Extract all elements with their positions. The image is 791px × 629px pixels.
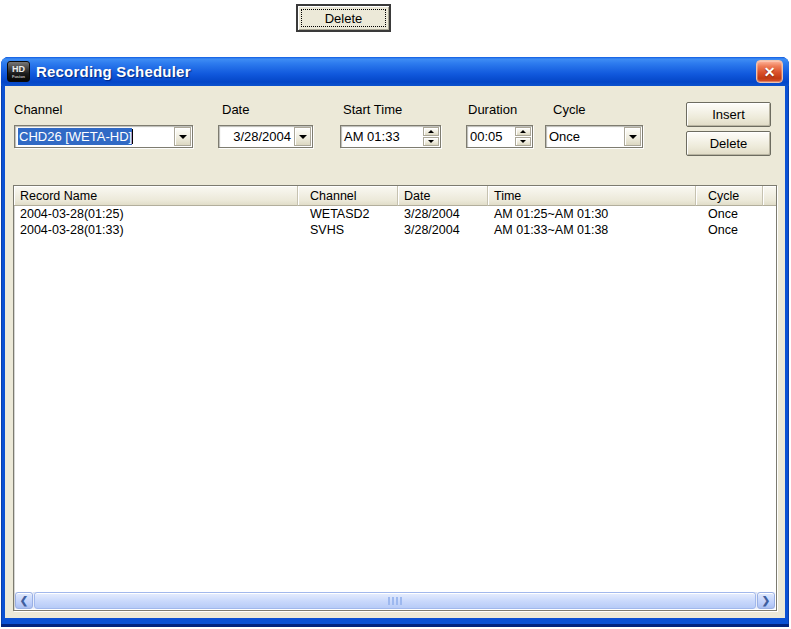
horizontal-scrollbar: ❮ ❯ bbox=[15, 592, 775, 609]
list-row[interactable]: 2004-03-28(01:33) SVHS 3/28/2004 AM 01:3… bbox=[14, 222, 776, 238]
cell-time: AM 01:33~AM 01:38 bbox=[488, 223, 696, 237]
triangle-down-icon bbox=[520, 140, 526, 143]
duration-value-field[interactable]: 00:05 bbox=[467, 126, 514, 147]
spin-up-button[interactable] bbox=[515, 127, 531, 136]
cell-record-name: 2004-03-28(01:33) bbox=[14, 223, 298, 237]
close-button[interactable]: ✕ bbox=[756, 60, 783, 83]
titlebar[interactable]: HD Fusion Recording Scheduler ✕ bbox=[1, 57, 789, 86]
cycle-value-field[interactable]: Once bbox=[546, 126, 623, 147]
triangle-up-icon bbox=[428, 130, 434, 133]
column-header-date[interactable]: Date bbox=[398, 186, 488, 206]
cell-channel: WETASD2 bbox=[298, 207, 398, 221]
date-value-field[interactable]: 3/28/2004 bbox=[219, 126, 293, 147]
app-icon-subtext: Fusion bbox=[12, 75, 25, 79]
start-time-spinner[interactable]: AM 01:33 bbox=[340, 125, 441, 148]
desktop: { "floating_toolbar": { "delete_button":… bbox=[0, 0, 791, 629]
channel-dropdown-button[interactable] bbox=[174, 127, 191, 146]
schedule-list: Record Name Channel Date Time Cycle 2004… bbox=[13, 185, 777, 611]
text-caret bbox=[132, 129, 133, 144]
duration-spinner[interactable]: 00:05 bbox=[466, 125, 533, 148]
spin-down-button[interactable] bbox=[423, 137, 439, 146]
triangle-down-icon bbox=[428, 140, 434, 143]
chevron-left-icon: ❮ bbox=[20, 595, 28, 606]
chevron-down-icon bbox=[299, 135, 307, 139]
start-time-label: Start Time bbox=[343, 102, 402, 117]
channel-selected-text: CHD26 [WETA-HD] bbox=[18, 128, 132, 145]
cell-time: AM 01:25~AM 01:30 bbox=[488, 207, 696, 221]
app-icon-text: HD bbox=[12, 65, 25, 74]
dialog-client-area: Channel Date Start Time Duration Cycle C… bbox=[5, 86, 785, 618]
delete-button[interactable]: Delete bbox=[686, 131, 771, 156]
triangle-up-icon bbox=[520, 130, 526, 133]
cell-date: 3/28/2004 bbox=[398, 223, 488, 237]
chevron-down-icon bbox=[179, 135, 187, 139]
window-title: Recording Scheduler bbox=[36, 63, 191, 80]
duration-label: Duration bbox=[468, 102, 517, 117]
list-header: Record Name Channel Date Time Cycle bbox=[14, 186, 776, 206]
cycle-dropdown-button[interactable] bbox=[624, 127, 641, 146]
column-header-time[interactable]: Time bbox=[488, 186, 696, 206]
column-header-filler bbox=[763, 186, 776, 206]
recording-scheduler-window: HD Fusion Recording Scheduler ✕ Channel … bbox=[1, 57, 789, 627]
cell-date: 3/28/2004 bbox=[398, 207, 488, 221]
delete-button-floating[interactable]: Delete bbox=[296, 4, 391, 32]
delete-button-label: Delete bbox=[325, 11, 363, 26]
channel-value-field[interactable]: CHD26 [WETA-HD] bbox=[15, 126, 173, 147]
scrollbar-grip-icon bbox=[388, 597, 402, 605]
column-header-channel[interactable]: Channel bbox=[298, 186, 398, 206]
date-dropdown-button[interactable] bbox=[294, 127, 311, 146]
chevron-right-icon: ❯ bbox=[762, 595, 770, 606]
scrollbar-track[interactable] bbox=[33, 592, 757, 609]
cell-cycle: Once bbox=[696, 207, 763, 221]
chevron-down-icon bbox=[629, 135, 637, 139]
list-row[interactable]: 2004-03-28(01:25) WETASD2 3/28/2004 AM 0… bbox=[14, 206, 776, 222]
start-time-spin-buttons bbox=[423, 127, 439, 146]
spin-down-button[interactable] bbox=[515, 137, 531, 146]
scrollbar-thumb[interactable] bbox=[34, 592, 756, 609]
cycle-label: Cycle bbox=[553, 102, 586, 117]
duration-spin-buttons bbox=[515, 127, 531, 146]
date-picker[interactable]: 3/28/2004 bbox=[218, 125, 313, 148]
column-header-cycle[interactable]: Cycle bbox=[696, 186, 763, 206]
insert-button[interactable]: Insert bbox=[686, 102, 771, 127]
channel-label: Channel bbox=[14, 102, 62, 117]
cell-channel: SVHS bbox=[298, 223, 398, 237]
scroll-right-button[interactable]: ❯ bbox=[757, 592, 775, 609]
column-header-record-name[interactable]: Record Name bbox=[14, 186, 298, 206]
close-icon: ✕ bbox=[764, 64, 776, 80]
date-label: Date bbox=[222, 102, 249, 117]
cell-record-name: 2004-03-28(01:25) bbox=[14, 207, 298, 221]
cell-cycle: Once bbox=[696, 223, 763, 237]
cycle-combobox[interactable]: Once bbox=[545, 125, 643, 148]
hd-fusion-app-icon: HD Fusion bbox=[7, 61, 30, 82]
start-time-value-field[interactable]: AM 01:33 bbox=[341, 126, 422, 147]
spin-up-button[interactable] bbox=[423, 127, 439, 136]
scroll-left-button[interactable]: ❮ bbox=[15, 592, 33, 609]
channel-combobox[interactable]: CHD26 [WETA-HD] bbox=[14, 125, 193, 148]
